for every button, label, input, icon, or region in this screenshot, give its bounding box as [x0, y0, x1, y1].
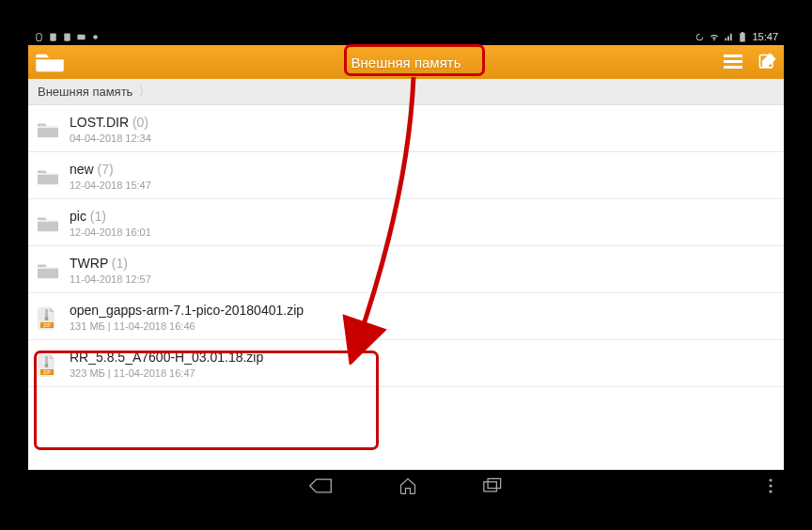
item-meta: 12-04-2018 15:47: [70, 179, 774, 191]
item-name: LOST.DIR: [70, 115, 129, 130]
sdcard-icon: [48, 32, 58, 42]
svg-point-3: [93, 35, 98, 39]
svg-point-22: [45, 364, 49, 367]
item-name: new: [70, 162, 94, 177]
zip-icon: ZIP: [38, 307, 58, 328]
gps-icon: [90, 32, 101, 42]
item-meta: 131 МБ | 11-04-2018 16:46: [70, 320, 774, 332]
svg-rect-2: [77, 34, 85, 39]
folder-icon: [38, 213, 58, 234]
svg-rect-7: [724, 55, 742, 57]
svg-point-27: [769, 490, 772, 492]
keyboard-icon: [76, 32, 86, 42]
header-left: [36, 51, 64, 73]
status-right-icons: 15:47: [695, 31, 778, 42]
svg-rect-1: [64, 33, 70, 40]
item-meta: 12-04-2018 16:01: [70, 226, 774, 238]
breadcrumb[interactable]: Внешняя память 〉: [28, 79, 784, 105]
svg-text:ZIP: ZIP: [43, 369, 51, 375]
item-count: (1): [112, 256, 128, 271]
header-right: [724, 53, 776, 71]
status-clock: 15:47: [752, 31, 778, 42]
list-item[interactable]: LOST.DIR (0) 04-04-2018 12:34: [28, 105, 784, 152]
signal-icon: [724, 32, 735, 42]
overflow-button[interactable]: [769, 478, 773, 493]
list-item[interactable]: new (7) 12-04-2018 15:47: [28, 152, 784, 199]
screen: 15:47 Внешняя память Внешняя памят: [28, 28, 784, 502]
svg-rect-9: [724, 66, 742, 69]
item-name: RR_5.8.5_A7600-H_03.01.18.zip: [70, 350, 263, 365]
folder-icon: [38, 119, 58, 140]
svg-rect-23: [484, 482, 497, 491]
chevron-right-icon: 〉: [138, 84, 151, 101]
debug-icon: [34, 32, 44, 42]
item-text: new (7) 12-04-2018 15:47: [70, 162, 774, 191]
app-header: Внешняя память: [28, 45, 784, 79]
file-list: LOST.DIR (0) 04-04-2018 12:34 new (7) 12…: [28, 105, 784, 387]
folder-icon: [38, 166, 58, 187]
item-meta: 323 МБ | 11-04-2018 16:47: [70, 367, 774, 379]
item-name: pic: [70, 209, 86, 224]
download-icon: [62, 32, 72, 42]
svg-text:ZIP: ZIP: [43, 322, 51, 328]
wifi-icon: [709, 32, 720, 42]
svg-rect-6: [36, 57, 64, 59]
svg-rect-4: [741, 33, 746, 41]
recents-button[interactable]: [483, 477, 504, 494]
status-bar: 15:47: [28, 28, 784, 45]
svg-point-26: [769, 484, 772, 487]
item-text: pic (1) 12-04-2018 16:01: [70, 209, 774, 238]
svg-rect-13: [38, 220, 58, 221]
item-name: open_gapps-arm-7.1-pico-20180401.zip: [70, 303, 304, 318]
item-text: LOST.DIR (0) 04-04-2018 12:34: [70, 115, 774, 144]
list-item[interactable]: pic (1) 12-04-2018 16:01: [28, 199, 784, 246]
item-text: RR_5.8.5_A7600-H_03.01.18.zip 323 МБ | 1…: [70, 350, 774, 379]
item-text: TWRP (1) 11-04-2018 12:57: [70, 256, 774, 285]
item-meta: 11-04-2018 12:57: [70, 273, 774, 285]
item-count: (1): [90, 209, 106, 224]
back-button[interactable]: [308, 477, 333, 494]
rotation-icon: [695, 32, 705, 42]
app-logo-button[interactable]: [36, 51, 64, 73]
svg-rect-5: [742, 32, 743, 34]
svg-rect-24: [488, 478, 501, 488]
zip-icon: ZIP: [38, 354, 58, 375]
svg-point-18: [45, 317, 49, 320]
svg-rect-14: [38, 267, 58, 268]
item-name: TWRP: [70, 256, 108, 271]
list-item[interactable]: ZIP open_gapps-arm-7.1-pico-20180401.zip…: [28, 293, 784, 340]
menu-button[interactable]: [724, 55, 742, 70]
device-frame: 15:47 Внешняя память Внешняя памят: [0, 0, 812, 530]
svg-rect-8: [724, 60, 742, 63]
navigation-bar: [28, 470, 784, 502]
breadcrumb-label: Внешняя память: [38, 85, 133, 99]
header-title: Внешняя память: [351, 55, 461, 70]
item-count: (7): [98, 162, 114, 177]
svg-point-25: [769, 478, 772, 481]
svg-rect-11: [38, 126, 58, 127]
svg-rect-12: [38, 173, 58, 174]
folder-icon: [38, 260, 58, 281]
item-meta: 04-04-2018 12:34: [70, 132, 774, 144]
item-text: open_gapps-arm-7.1-pico-20180401.zip 131…: [70, 303, 774, 332]
svg-rect-0: [50, 33, 55, 40]
item-count: (0): [133, 115, 148, 130]
home-button[interactable]: [398, 476, 417, 495]
battery-icon: [739, 32, 746, 42]
edit-button[interactable]: [757, 53, 776, 71]
status-left-icons: [34, 32, 101, 42]
list-item[interactable]: ZIP RR_5.8.5_A7600-H_03.01.18.zip 323 МБ…: [28, 340, 784, 387]
list-item[interactable]: TWRP (1) 11-04-2018 12:57: [28, 246, 784, 293]
